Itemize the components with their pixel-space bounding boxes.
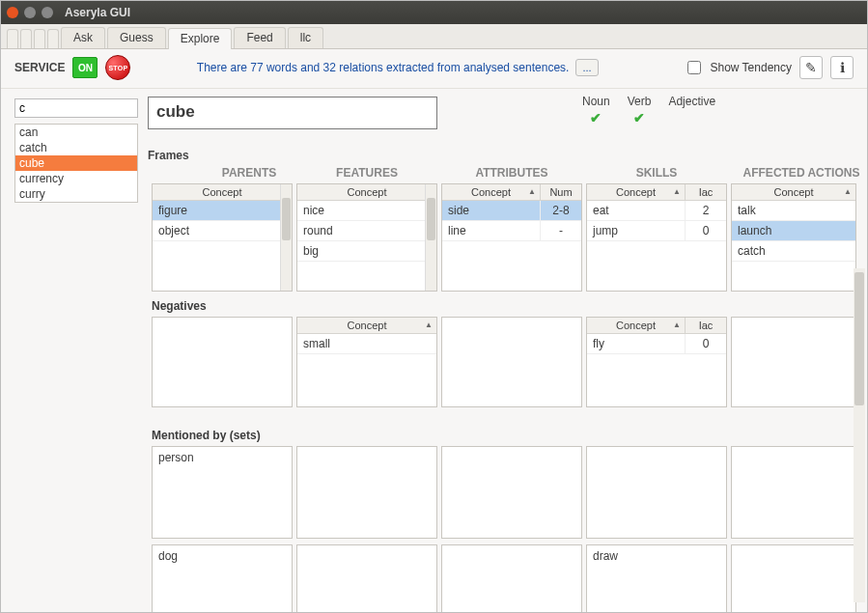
set-box[interactable] — [441, 544, 582, 612]
grid-header-concept[interactable]: Concept▲ — [297, 318, 436, 333]
sort-asc-icon: ▲ — [673, 187, 681, 196]
pos-noun: Noun ✔ — [582, 95, 610, 125]
show-tendency-toggle[interactable]: Show Tendency — [684, 58, 792, 77]
tab-bar: Ask Guess Explore Feed llc — [1, 24, 867, 49]
grid-header-concept[interactable]: Concept▲ — [587, 318, 686, 333]
table-row[interactable]: small — [297, 334, 436, 354]
set-box[interactable] — [296, 446, 437, 539]
check-icon: ✔ — [628, 110, 652, 125]
pos-verb-label: Verb — [628, 95, 652, 108]
set-box[interactable] — [586, 446, 727, 539]
suggestion-item[interactable]: curry — [15, 186, 137, 202]
set-box[interactable]: dog — [152, 544, 293, 612]
show-tendency-checkbox[interactable] — [687, 61, 701, 74]
grid-attributes[interactable]: Concept▲ Num side2-8 line- — [441, 183, 582, 292]
tab-guess[interactable]: Guess — [107, 27, 166, 48]
grid-header-concept[interactable]: Concept▲ — [297, 184, 436, 200]
stop-icon: STOP — [108, 65, 127, 71]
grid-affected[interactable]: Concept▲ talk launch catch — [731, 183, 856, 292]
set-box[interactable]: person — [152, 446, 293, 539]
service-on-button[interactable]: ON — [72, 57, 98, 78]
tab-llc[interactable]: llc — [288, 27, 323, 48]
tab-ask[interactable]: Ask — [61, 27, 105, 48]
table-row[interactable]: catch — [732, 241, 855, 262]
frames-label: Frames — [148, 149, 293, 162]
pos-adj-label: Adjective — [668, 95, 715, 108]
grid-negatives-features[interactable]: Concept▲ small — [296, 317, 437, 407]
grid-header-num[interactable]: Num — [541, 184, 581, 200]
table-row[interactable]: jump0 — [587, 221, 726, 241]
tab-stub[interactable] — [20, 29, 32, 48]
scrollbar[interactable] — [280, 184, 292, 291]
set-box[interactable] — [731, 544, 856, 612]
tab-stub[interactable] — [47, 29, 59, 48]
show-tendency-label: Show Tendency — [710, 61, 792, 74]
grid-header-concept[interactable]: Concept▲ — [153, 184, 292, 200]
grid-skills[interactable]: Concept▲ Iac eat2 jump0 — [586, 183, 727, 292]
set-box[interactable] — [731, 446, 856, 539]
suggestion-list: can catch cube currency curry — [14, 124, 138, 203]
window-close-icon[interactable] — [7, 7, 18, 18]
grid-header-concept[interactable]: Concept▲ — [587, 184, 686, 200]
grid-features[interactable]: Concept▲ nice round big — [296, 183, 437, 292]
tab-stub[interactable] — [34, 29, 45, 48]
set-box[interactable] — [296, 544, 437, 612]
grid-negatives-parents[interactable] — [152, 317, 293, 407]
table-row[interactable]: fly0 — [587, 334, 726, 354]
export-icon[interactable]: ✎ — [799, 56, 823, 79]
grid-negatives-affected[interactable] — [731, 317, 856, 407]
window-minimize-icon[interactable] — [24, 7, 36, 18]
main-scrollbar[interactable] — [854, 268, 865, 602]
set-box[interactable] — [441, 446, 582, 539]
sort-asc-icon: ▲ — [528, 187, 536, 196]
main-pane: cube Noun ✔ Verb ✔ Adjective Fram — [142, 89, 867, 612]
scrollbar[interactable] — [425, 184, 436, 291]
grid-parents[interactable]: Concept▲ figure object — [152, 183, 293, 292]
grid-negatives-attributes[interactable] — [441, 317, 582, 407]
sort-asc-icon: ▲ — [425, 320, 433, 329]
set-box[interactable]: draw — [586, 544, 727, 612]
service-stop-button[interactable]: STOP — [105, 55, 130, 80]
tab-explore[interactable]: Explore — [168, 28, 233, 49]
status-text-label: There are 77 words and 32 relations extr… — [197, 61, 570, 74]
negatives-label: Negatives — [152, 299, 859, 313]
toolbar: SERVICE ON STOP There are 77 words and 3… — [1, 49, 867, 89]
suggestion-item[interactable]: can — [15, 125, 137, 140]
grid-header-iac[interactable]: Iac — [686, 184, 726, 200]
table-row[interactable]: round — [297, 221, 436, 241]
grid-header-concept[interactable]: Concept▲ — [732, 184, 855, 200]
suggestion-item[interactable]: catch — [15, 140, 137, 155]
tab-stub[interactable] — [7, 29, 18, 48]
table-row[interactable]: side2-8 — [442, 201, 581, 221]
window-title: Aseryla GUI — [65, 6, 130, 19]
sidebar: can catch cube currency curry — [1, 89, 142, 612]
table-row[interactable]: eat2 — [587, 201, 726, 221]
grid-negatives-skills[interactable]: Concept▲ Iac fly0 — [586, 317, 727, 407]
table-row[interactable]: launch — [732, 221, 855, 241]
pos-verb: Verb ✔ — [628, 95, 652, 125]
col-features: FEATURES — [296, 166, 437, 180]
table-row[interactable]: figure — [153, 201, 292, 221]
search-input[interactable] — [14, 98, 138, 118]
col-skills: SKILLS — [586, 166, 727, 180]
check-icon: ✔ — [582, 110, 610, 125]
info-icon[interactable]: ℹ — [830, 56, 854, 79]
tab-feed[interactable]: Feed — [234, 27, 285, 48]
sets-label: Mentioned by (sets) — [152, 429, 859, 442]
grid-header-iac[interactable]: Iac — [686, 318, 726, 333]
window-maximize-icon[interactable] — [42, 7, 53, 18]
table-row[interactable]: line- — [442, 221, 581, 241]
grid-header-concept[interactable]: Concept▲ — [442, 184, 541, 200]
headword-box: cube — [148, 97, 437, 129]
status-more-button[interactable]: ... — [575, 59, 599, 76]
sort-asc-icon: ▲ — [844, 187, 852, 196]
service-label: SERVICE — [14, 61, 65, 74]
suggestion-item[interactable]: cube — [15, 155, 137, 171]
col-attributes: ATTRIBUTES — [441, 166, 582, 180]
table-row[interactable]: object — [153, 221, 292, 241]
table-row[interactable]: big — [297, 241, 436, 262]
table-row[interactable]: talk — [732, 201, 855, 221]
col-parents: PARENTS — [206, 166, 293, 180]
table-row[interactable]: nice — [297, 201, 436, 221]
suggestion-item[interactable]: currency — [15, 171, 137, 186]
